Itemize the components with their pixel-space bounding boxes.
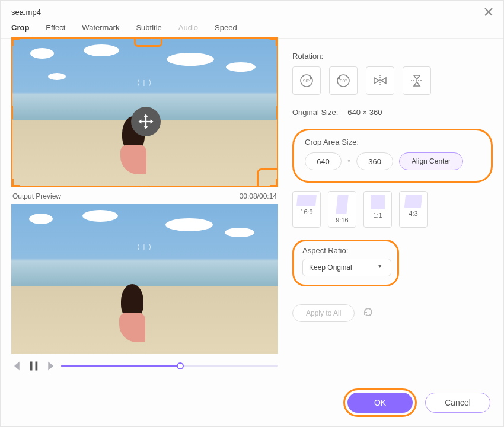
pause-button[interactable] xyxy=(28,360,40,372)
grid-marker-icon: ⟨ | ⟩ xyxy=(137,241,153,251)
crop-handle-tr[interactable] xyxy=(270,37,278,46)
crop-height-input[interactable] xyxy=(356,152,393,170)
crop-handle-bl[interactable] xyxy=(11,179,20,187)
ratio-label: 1:1 xyxy=(373,212,382,219)
video-crop-dialog: sea.mp4 Crop Effect Watermark Subtitle A… xyxy=(0,0,504,427)
ratio-9-16-button[interactable]: 9:16 xyxy=(328,191,356,228)
output-preview-label: Output Preview xyxy=(12,192,61,200)
right-pane: Rotation: 90° 90° Original Size: 640 × 3… xyxy=(292,39,493,378)
grid-marker-icon: ⟨ | ⟩ xyxy=(137,77,153,87)
crop-handle-bottom[interactable] xyxy=(138,186,151,187)
rotate-ccw-button[interactable]: 90° xyxy=(329,66,358,95)
aspect-ratio-group: Aspect Ratio: xyxy=(292,240,399,286)
ratio-label: 9:16 xyxy=(336,216,348,224)
prev-button[interactable] xyxy=(11,360,23,372)
rotation-label: Rotation: xyxy=(292,52,493,60)
reset-icon[interactable] xyxy=(363,307,374,320)
ratio-1-1-button[interactable]: 1:1 xyxy=(363,191,392,228)
next-button[interactable] xyxy=(44,360,56,372)
seek-slider[interactable] xyxy=(61,365,278,367)
window-title: sea.mp4 xyxy=(11,8,41,17)
annotation-highlight xyxy=(257,168,278,187)
cancel-button[interactable]: Cancel xyxy=(425,393,490,413)
aspect-ratio-label: Aspect Ratio: xyxy=(302,246,389,255)
tab-watermark[interactable]: Watermark xyxy=(82,23,119,38)
apply-to-all-button[interactable]: Apply to All xyxy=(292,304,355,322)
crop-preview[interactable]: ⟨ | ⟩ xyxy=(11,37,278,187)
crop-handle-tl[interactable] xyxy=(11,37,20,46)
playback-controls xyxy=(11,354,278,378)
ratio-label: 4:3 xyxy=(409,210,417,217)
aspect-ratio-select[interactable] xyxy=(302,259,391,276)
titlebar: sea.mp4 xyxy=(1,1,503,20)
tab-effect[interactable]: Effect xyxy=(46,23,65,38)
original-size-value: 640 × 360 xyxy=(347,108,382,117)
seek-thumb[interactable] xyxy=(177,362,184,369)
svg-rect-5 xyxy=(36,362,38,371)
tab-speed[interactable]: Speed xyxy=(215,23,237,38)
close-icon[interactable] xyxy=(483,7,494,17)
playback-time: 00:08/00:14 xyxy=(240,192,277,200)
align-center-button[interactable]: Align Center xyxy=(399,152,463,170)
left-pane: ⟨ | ⟩ Output Preview 00:08/00:14 xyxy=(11,39,278,378)
ratio-16-9-button[interactable]: 16:9 xyxy=(292,191,321,228)
rotate-cw-button[interactable]: 90° xyxy=(292,66,321,95)
original-size-label: Original Size: xyxy=(292,108,338,117)
ratio-4-3-button[interactable]: 4:3 xyxy=(399,191,428,228)
crop-width-input[interactable] xyxy=(305,152,342,170)
svg-rect-4 xyxy=(30,362,33,371)
dimension-separator: * xyxy=(347,157,350,166)
flip-horizontal-button[interactable] xyxy=(366,66,394,95)
dialog-footer: OK Cancel xyxy=(343,388,490,417)
ok-button[interactable]: OK xyxy=(347,393,413,413)
crop-area-label: Crop Area Size: xyxy=(305,138,480,146)
tab-audio: Audio xyxy=(178,23,198,38)
annotation-highlight xyxy=(134,37,162,47)
tab-crop[interactable]: Crop xyxy=(11,23,29,38)
crop-handle-right[interactable] xyxy=(276,106,278,119)
preview-info: Output Preview 00:08/00:14 xyxy=(11,187,278,204)
output-preview: ⟨ | ⟩ xyxy=(11,204,278,354)
ratio-label: 16:9 xyxy=(300,208,312,215)
annotation-highlight: OK xyxy=(343,388,417,417)
preview-subject xyxy=(121,284,145,342)
svg-text:90°: 90° xyxy=(340,78,347,84)
crop-area-group: Crop Area Size: * Align Center xyxy=(292,129,493,183)
move-handle-icon[interactable] xyxy=(131,107,161,136)
tab-bar: Crop Effect Watermark Subtitle Audio Spe… xyxy=(1,20,503,39)
crop-handle-left[interactable] xyxy=(11,106,13,119)
tab-subtitle[interactable]: Subtitle xyxy=(136,23,161,38)
svg-text:90°: 90° xyxy=(303,78,310,84)
flip-vertical-button[interactable] xyxy=(403,66,431,95)
